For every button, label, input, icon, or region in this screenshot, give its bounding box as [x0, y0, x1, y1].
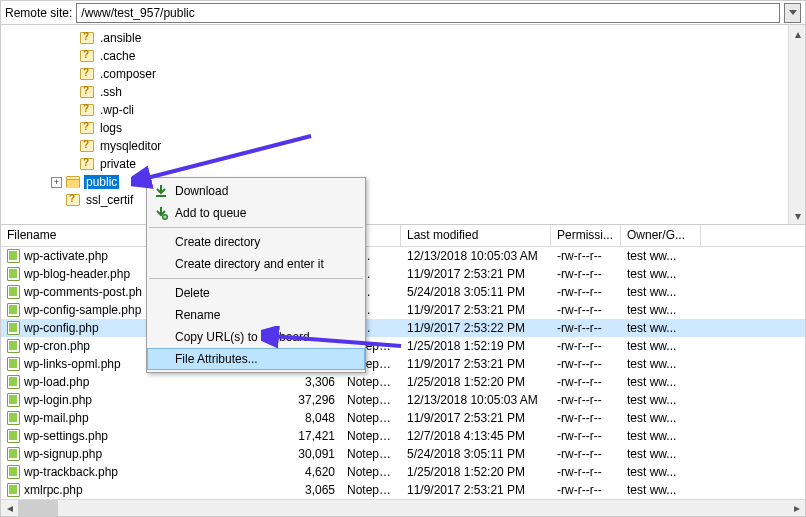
table-row[interactable]: wp-activate.phpad...12/13/2018 10:05:03 … [1, 247, 805, 265]
filename-label: wp-blog-header.php [24, 267, 130, 281]
tree-label: ssl_certif [84, 193, 135, 207]
scroll-up-icon[interactable]: ▴ [789, 25, 806, 42]
php-file-icon [7, 339, 20, 353]
php-file-icon [7, 465, 20, 479]
table-row[interactable]: wp-mail.php8,048Notepad...11/9/2017 2:53… [1, 409, 805, 427]
menu-download-label: Download [175, 184, 228, 198]
scroll-down-icon[interactable]: ▾ [789, 207, 806, 224]
col-permissions[interactable]: Permissi... [551, 225, 621, 246]
table-row[interactable]: wp-links-opml.php2,422Notepad...11/9/201… [1, 355, 805, 373]
tree-item[interactable]: mysqleditor [51, 137, 788, 155]
owner-cell: test ww... [621, 248, 701, 264]
modified-cell: 11/9/2017 2:53:21 PM [401, 410, 551, 426]
owner-cell: test ww... [621, 356, 701, 372]
table-row[interactable]: wp-settings.php17,421Notepad...12/7/2018… [1, 427, 805, 445]
remote-path-input[interactable] [76, 3, 780, 23]
owner-cell: test ww... [621, 428, 701, 444]
remote-path-dropdown[interactable] [784, 3, 801, 23]
table-row[interactable]: wp-config.phpad...11/9/2017 2:53:22 PM-r… [1, 319, 805, 337]
permissions-cell: -rw-r--r-- [551, 392, 621, 408]
permissions-cell: -rw-r--r-- [551, 356, 621, 372]
tree-label: .wp-cli [98, 103, 136, 117]
permissions-cell: -rw-r--r-- [551, 248, 621, 264]
php-file-icon [7, 303, 20, 317]
menu-create-enter[interactable]: Create directory and enter it [147, 253, 365, 275]
menu-rename[interactable]: Rename [147, 304, 365, 326]
tree-connector [51, 195, 62, 206]
tree-scrollbar[interactable]: ▴ ▾ [788, 25, 805, 224]
horizontal-scrollbar[interactable]: ◂ ▸ [1, 499, 805, 516]
table-row[interactable]: wp-trackback.php4,620Notepad...1/25/2018… [1, 463, 805, 481]
php-file-icon [7, 429, 20, 443]
col-owner[interactable]: Owner/G... [621, 225, 701, 246]
size-cell: 3,306 [281, 374, 341, 390]
context-menu: Download Add to queue Create directory C… [146, 177, 366, 373]
table-row[interactable]: xmlrpc.php3,065Notepad...11/9/2017 2:53:… [1, 481, 805, 499]
filename-label: wp-comments-post.ph [24, 285, 142, 299]
filename-label: wp-settings.php [24, 429, 108, 443]
tree-connector [65, 51, 76, 62]
col-modified[interactable]: Last modified [401, 225, 551, 246]
menu-download[interactable]: Download [147, 180, 365, 202]
size-cell: 4,620 [281, 464, 341, 480]
table-row[interactable]: wp-cron.php3,669Notepad...1/25/2018 1:52… [1, 337, 805, 355]
type-cell: Notepad... [341, 374, 401, 390]
permissions-cell: -rw-r--r-- [551, 464, 621, 480]
tree-item[interactable]: .wp-cli [51, 101, 788, 119]
modified-cell: 11/9/2017 2:53:21 PM [401, 356, 551, 372]
menu-add-queue[interactable]: Add to queue [147, 202, 365, 224]
php-file-icon [7, 285, 20, 299]
folder-unknown-icon [66, 194, 80, 206]
permissions-cell: -rw-r--r-- [551, 428, 621, 444]
table-row[interactable]: wp-signup.php30,091Notepad...5/24/2018 3… [1, 445, 805, 463]
expander-icon[interactable]: + [51, 177, 62, 188]
table-row[interactable]: wp-config-sample.phpad...11/9/2017 2:53:… [1, 301, 805, 319]
tree-item[interactable]: logs [51, 119, 788, 137]
menu-file-attributes[interactable]: File Attributes... [147, 348, 365, 370]
download-icon [153, 183, 169, 199]
tree-connector [65, 33, 76, 44]
owner-cell: test ww... [621, 338, 701, 354]
tree-connector [65, 105, 76, 116]
type-cell: Notepad... [341, 428, 401, 444]
table-row[interactable]: wp-login.php37,296Notepad...12/13/2018 1… [1, 391, 805, 409]
permissions-cell: -rw-r--r-- [551, 374, 621, 390]
tree-connector [65, 87, 76, 98]
folder-unknown-icon [80, 122, 94, 134]
scroll-thumb[interactable] [18, 500, 58, 516]
svg-rect-1 [156, 195, 166, 197]
owner-cell: test ww... [621, 374, 701, 390]
svg-marker-0 [789, 10, 797, 15]
folder-unknown-icon [80, 32, 94, 44]
tree-connector [65, 123, 76, 134]
menu-delete[interactable]: Delete [147, 282, 365, 304]
permissions-cell: -rw-r--r-- [551, 266, 621, 282]
scroll-right-icon[interactable]: ▸ [788, 500, 805, 516]
owner-cell: test ww... [621, 302, 701, 318]
table-row[interactable]: wp-load.php3,306Notepad...1/25/2018 1:52… [1, 373, 805, 391]
menu-copy-url[interactable]: Copy URL(s) to clipboard [147, 326, 365, 348]
tree-item[interactable]: .cache [51, 47, 788, 65]
permissions-cell: -rw-r--r-- [551, 482, 621, 498]
tree-item[interactable]: private [51, 155, 788, 173]
tree-label: public [84, 175, 119, 189]
type-cell: Notepad... [341, 410, 401, 426]
tree-item[interactable]: .composer [51, 65, 788, 83]
menu-separator [149, 278, 363, 279]
owner-cell: test ww... [621, 482, 701, 498]
remote-site-bar: Remote site: [1, 1, 805, 25]
tree-item[interactable]: .ansible [51, 29, 788, 47]
php-file-icon [7, 321, 20, 335]
tree-label: mysqleditor [98, 139, 163, 153]
table-row[interactable]: wp-blog-header.phpad...11/9/2017 2:53:21… [1, 265, 805, 283]
tree-item[interactable]: .ssh [51, 83, 788, 101]
table-row[interactable]: wp-comments-post.phad...5/24/2018 3:05:1… [1, 283, 805, 301]
tree-label: private [98, 157, 138, 171]
php-file-icon [7, 267, 20, 281]
modified-cell: 1/25/2018 1:52:20 PM [401, 374, 551, 390]
owner-cell: test ww... [621, 392, 701, 408]
permissions-cell: -rw-r--r-- [551, 284, 621, 300]
menu-create-dir[interactable]: Create directory [147, 231, 365, 253]
scroll-left-icon[interactable]: ◂ [1, 500, 18, 516]
filename-label: xmlrpc.php [24, 483, 83, 497]
